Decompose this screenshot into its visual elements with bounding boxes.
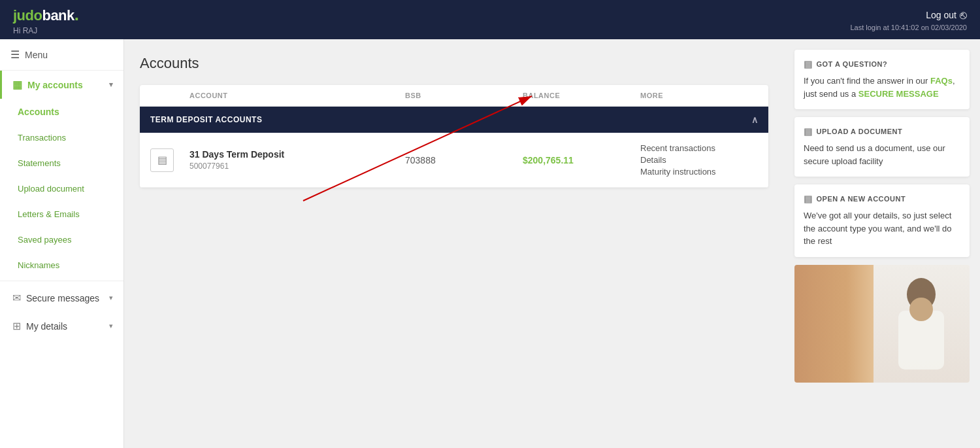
term-deposit-section-header: TERM DEPOSIT ACCOUNTS ∧ [140, 107, 768, 133]
sidebar-item-saved-payees[interactable]: Saved payees [0, 227, 123, 252]
bsb-cell: 703888 [405, 154, 523, 166]
logout-label: Log out [926, 10, 956, 20]
more-cell: Recent transactions Details Maturity ins… [640, 143, 758, 177]
table-row: ▤ 31 Days Term Deposit 500077961 703888 … [140, 133, 768, 188]
sidebar-item-statements[interactable]: Statements [0, 150, 123, 176]
sidebar-label-accounts: Accounts [18, 107, 59, 117]
sidebar-item-nicknames[interactable]: Nicknames [0, 252, 123, 278]
svg-point-4 [909, 298, 933, 321]
account-icon: ▤ [150, 148, 174, 172]
grid-icon: ⊞ [12, 320, 21, 332]
logout-button[interactable]: Log out ⎋ [926, 9, 967, 22]
balance-cell: $200,765.11 [523, 154, 640, 166]
accounts-table-card: ACCOUNT BSB BALANCE MORE TERM DEPOSIT AC… [140, 85, 768, 188]
col-bsb: BSB [405, 92, 523, 99]
question-icon: ▤ [804, 59, 813, 69]
sidebar-label-my-details: My details [26, 321, 67, 332]
upload-icon: ▤ [804, 126, 813, 137]
got-question-text: If you can't find the answer in our FAQs… [804, 75, 960, 100]
got-question-label: GOT A QUESTION? [817, 60, 888, 68]
col-balance: BALANCE [523, 92, 640, 99]
col-more: MORE [640, 92, 758, 99]
sidebar-section-my-accounts: ▦ My accounts ▾ Accounts Transactions St… [0, 71, 123, 278]
details-link[interactable]: Details [640, 155, 758, 165]
sidebar-label-upload-document: Upload document [18, 184, 84, 194]
promo-person [874, 265, 970, 383]
header-right: Log out ⎋ Last login at 10:41:02 on 02/0… [850, 9, 967, 31]
layout: ☰ Menu ▦ My accounts ▾ Accounts Transact… [0, 39, 980, 448]
logo-area: judobank. Hi RAJ [13, 5, 79, 35]
right-panel: ▤ GOT A QUESTION? If you can't find the … [784, 39, 980, 448]
sidebar-item-letters-emails[interactable]: Letters & Emails [0, 201, 123, 227]
menu-label: Menu [25, 50, 48, 60]
hamburger-icon: ☰ [10, 48, 20, 61]
logo: judobank. [13, 5, 79, 25]
upload-document-card: ▤ UPLOAD A DOCUMENT Need to send us a do… [794, 117, 970, 177]
sidebar-item-secure-messages[interactable]: ✉ Secure messages ▾ [0, 284, 123, 312]
maturity-instructions-link[interactable]: Maturity instructions [640, 167, 758, 177]
sidebar-label-statements: Statements [18, 158, 61, 168]
account-info: 31 Days Term Deposit 500077961 [189, 149, 405, 171]
logout-icon: ⎋ [960, 9, 967, 22]
sidebar-item-my-accounts[interactable]: ▦ My accounts ▾ [0, 71, 123, 99]
sidebar-label-nicknames: Nicknames [18, 260, 59, 270]
sidebar-item-my-details[interactable]: ⊞ My details ▾ [0, 312, 123, 340]
sidebar-label-secure-messages: Secure messages [26, 293, 99, 303]
open-account-card: ▤ OPEN A NEW ACCOUNT We've got all your … [794, 184, 970, 257]
sidebar-item-accounts[interactable]: Accounts [0, 99, 123, 125]
secure-message-link[interactable]: SECURE MESSAGE [858, 89, 939, 99]
chevron-right-icon-details: ▾ [109, 322, 113, 330]
sidebar-divider-1 [0, 281, 123, 281]
open-account-label: OPEN A NEW ACCOUNT [817, 195, 906, 203]
sidebar-label-my-accounts: My accounts [27, 80, 83, 90]
faqs-link[interactable]: FAQs [930, 76, 953, 86]
sidebar-item-transactions[interactable]: Transactions [0, 125, 123, 150]
sidebar-item-upload-document[interactable]: Upload document [0, 176, 123, 201]
sidebar-label-letters-emails: Letters & Emails [18, 209, 80, 219]
header: judobank. Hi RAJ Log out ⎋ Last login at… [0, 0, 980, 39]
open-account-title: ▤ OPEN A NEW ACCOUNT [804, 194, 960, 204]
sidebar-label-transactions: Transactions [18, 133, 66, 143]
section-title: TERM DEPOSIT ACCOUNTS [150, 115, 262, 124]
table-header: ACCOUNT BSB BALANCE MORE [140, 85, 768, 107]
promo-image [794, 265, 970, 383]
collapse-icon[interactable]: ∧ [751, 114, 759, 125]
chevron-down-icon: ▾ [109, 80, 113, 89]
account-name: 31 Days Term Deposit [189, 149, 405, 160]
col-icon [150, 92, 189, 99]
col-account: ACCOUNT [189, 92, 405, 99]
bsb-value: 703888 [405, 155, 436, 165]
account-icon-cell: ▤ [150, 148, 189, 172]
chart-icon: ▦ [12, 78, 22, 91]
got-question-card: ▤ GOT A QUESTION? If you can't find the … [794, 50, 970, 109]
upload-document-label: UPLOAD A DOCUMENT [817, 128, 903, 135]
promo-image-inner [794, 265, 970, 383]
greeting: Hi RAJ [13, 26, 79, 35]
main-content: Accounts ACCOUNT BSB BALANCE MORE TERM D… [124, 39, 784, 448]
envelope-icon: ✉ [12, 292, 21, 304]
plus-icon: ▤ [804, 194, 813, 204]
sidebar: ☰ Menu ▦ My accounts ▾ Accounts Transact… [0, 39, 124, 448]
more-links: Recent transactions Details Maturity ins… [640, 143, 758, 177]
sidebar-label-saved-payees: Saved payees [18, 235, 71, 245]
balance-value: $200,765.11 [523, 155, 574, 165]
chevron-right-icon: ▾ [109, 294, 113, 302]
account-number: 500077961 [189, 162, 405, 171]
document-icon: ▤ [157, 154, 167, 166]
open-account-text: We've got all your details, so just sele… [804, 209, 960, 248]
last-login-text: Last login at 10:41:02 on 02/03/2020 [850, 24, 967, 31]
upload-document-text: Need to send us a document, use our secu… [804, 142, 960, 167]
got-question-title: ▤ GOT A QUESTION? [804, 59, 960, 69]
menu-toggle[interactable]: ☰ Menu [0, 39, 123, 71]
recent-transactions-link[interactable]: Recent transactions [640, 143, 758, 153]
page-title: Accounts [140, 55, 768, 72]
upload-document-title: ▤ UPLOAD A DOCUMENT [804, 126, 960, 137]
